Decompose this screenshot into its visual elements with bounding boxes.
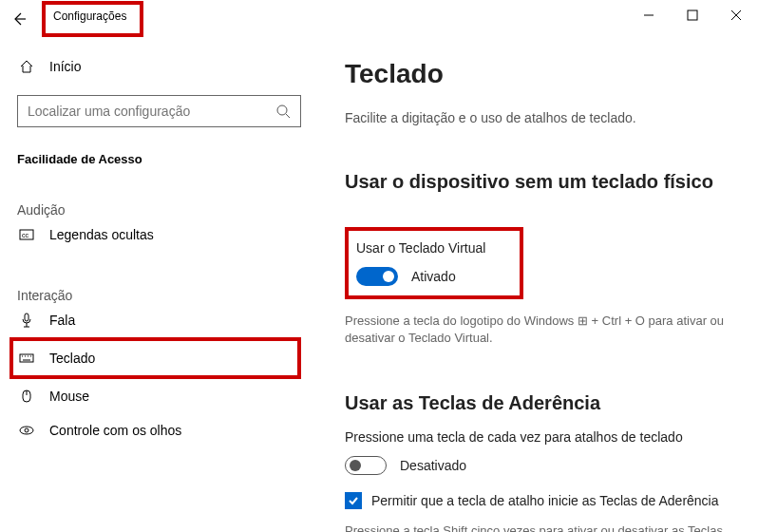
arrow-left-icon [11,11,27,27]
close-button[interactable] [714,0,758,30]
toggle-knob [383,271,394,282]
search-box[interactable] [17,95,301,127]
back-button[interactable] [0,0,38,38]
sidebar-item-captions[interactable]: cc Legendas ocultas [17,218,301,252]
close-icon [730,10,742,21]
sticky-keys-shortcut-row[interactable]: Permitir que a tecla de atalho inicie as… [345,492,731,509]
sidebar-item-label: Fala [49,313,75,328]
window-controls [627,0,758,30]
sticky-keys-shortcut-label: Permitir que a tecla de atalho inicie as… [371,493,719,508]
group-interaction: Interação [17,288,301,303]
svg-rect-8 [25,314,28,321]
section-sticky-keys: Usar as Teclas de Aderência [345,392,731,414]
svg-point-18 [25,428,28,432]
page-subtitle: Facilite a digitação e o uso de atalhos … [345,110,731,125]
minimize-icon [643,10,654,21]
virtual-keyboard-help: Pressione a tecla do logotipo do Windows… [345,313,731,347]
app-title-highlight: Configurações [42,1,143,37]
sticky-keys-toggle[interactable] [345,456,387,475]
svg-point-17 [20,427,33,434]
mouse-icon [19,389,34,404]
sticky-keys-desc: Pressione uma tecla de cada vez para ata… [345,429,731,445]
maximize-icon [687,10,698,21]
keyboard-icon [19,351,34,366]
sticky-keys-shortcut-checkbox[interactable] [345,492,362,509]
sidebar: Início Facilidade de Acesso Audição cc L… [0,38,318,532]
category-header: Facilidade de Acesso [17,152,301,166]
captions-icon: cc [19,227,34,242]
sidebar-item-keyboard[interactable]: Teclado [9,337,301,379]
sidebar-item-speech[interactable]: Fala [17,303,301,337]
svg-point-4 [277,105,287,115]
sidebar-item-eye-control[interactable]: Controle com os olhos [17,413,301,447]
home-label: Início [49,59,81,74]
sticky-keys-help: Pressione a tecla Shift cinco vezes para… [345,522,731,532]
microphone-icon [19,313,34,328]
svg-text:cc: cc [22,232,29,238]
sidebar-item-label: Controle com os olhos [49,423,181,438]
toggle-knob [350,460,361,471]
sidebar-item-mouse[interactable]: Mouse [17,379,301,413]
section-no-physical-keyboard: Usar o dispositivo sem um teclado físico [345,171,731,193]
virtual-keyboard-state: Ativado [411,269,456,284]
search-input[interactable] [28,104,275,119]
search-icon [275,104,291,119]
eye-icon [19,423,34,438]
sidebar-item-label: Mouse [49,389,89,404]
minimize-button[interactable] [627,0,671,30]
svg-rect-9 [20,354,33,362]
virtual-keyboard-highlight: Usar o Teclado Virtual Ativado [345,227,523,299]
group-audio: Audição [17,202,301,218]
page-title: Teclado [345,59,731,89]
main-content: Teclado Facilite a digitação e o uso de … [318,38,758,532]
svg-rect-1 [688,10,697,20]
maximize-button[interactable] [671,0,714,30]
check-icon [348,495,359,506]
virtual-keyboard-toggle[interactable] [356,267,398,286]
windows-key-icon: ⊞ [578,314,588,328]
home-icon [19,59,34,74]
app-title: Configurações [53,10,126,23]
sidebar-item-label: Teclado [49,351,95,366]
svg-line-5 [286,114,290,118]
sidebar-item-label: Legendas ocultas [49,227,154,242]
sticky-keys-state: Desativado [400,458,466,473]
home-nav[interactable]: Início [17,51,301,82]
titlebar: Configurações [0,0,758,38]
virtual-keyboard-label: Usar o Teclado Virtual [356,240,485,256]
